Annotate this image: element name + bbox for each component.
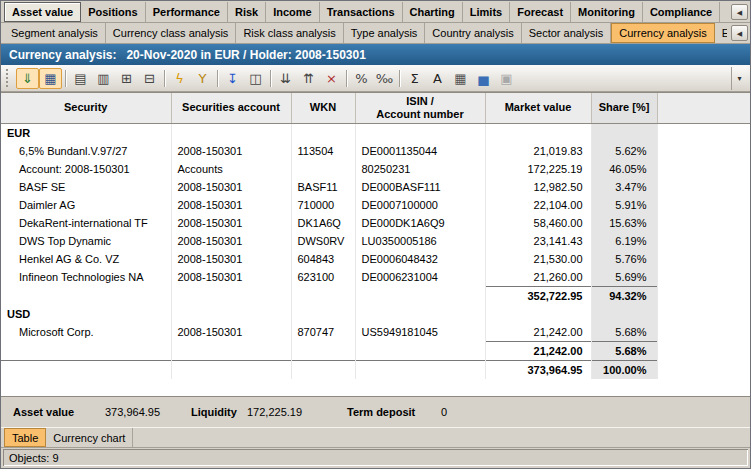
column-header-wkn[interactable]: WKN [291, 93, 355, 123]
currency-group-row[interactable]: USD [1, 305, 750, 323]
isin-cell [355, 305, 485, 323]
currency-group-row[interactable]: EUR [1, 123, 750, 142]
account-cell [171, 305, 291, 323]
main-tab-charting[interactable]: Charting [403, 2, 463, 22]
remove-table-button[interactable]: ⊟ [138, 68, 161, 89]
isin-cell: 80250231 [355, 160, 485, 178]
chart-view-icon: ▦ [44, 72, 56, 85]
isin-cell [355, 360, 485, 379]
sort-down-button[interactable]: ↧ [221, 68, 244, 89]
filler-cell [657, 160, 750, 178]
sum-button[interactable]: Σ [403, 68, 426, 89]
analysis-tab-segment-analysis[interactable]: Segment analysis [4, 23, 106, 43]
toolbar-separator [346, 70, 347, 87]
main-tab-scroll-left-button[interactable]: ◀ [731, 4, 748, 20]
main-tab-compliance[interactable]: Compliance [643, 2, 720, 22]
security-cell: Microsoft Corp. [1, 323, 171, 342]
percent-button[interactable]: % [350, 68, 373, 89]
clear-filter-button[interactable]: × [320, 68, 343, 89]
export-button[interactable]: ⇓ [16, 68, 39, 89]
bottom-tabs-container: TableCurrency chart [4, 428, 750, 447]
security-row[interactable]: Infineon Technologies NA2008-15030162310… [1, 268, 750, 287]
bottom-tabbar: TableCurrency chart [1, 427, 750, 448]
main-tab-monitoring[interactable]: Monitoring [571, 2, 643, 22]
bar-chart-button[interactable]: ▅ [472, 68, 495, 89]
add-table-button[interactable]: ⊞ [115, 68, 138, 89]
column-header-market-value[interactable]: Market value [485, 93, 591, 123]
table-header-row: Security Securities account WKN ISIN / A… [1, 93, 750, 123]
grand-total-row[interactable]: 373,964.95100.00% [1, 360, 750, 379]
toolbar-grip[interactable] [6, 69, 11, 87]
percent-icon: % [355, 72, 367, 85]
wkn-cell [291, 360, 355, 379]
security-row[interactable]: 6,5% Bundanl.V.97/272008-150301113504DE0… [1, 142, 750, 160]
main-tab-income[interactable]: Income [266, 2, 320, 22]
bottom-tab-currency-chart[interactable]: Currency chart [46, 428, 133, 447]
main-tab-forecast[interactable]: Forecast [510, 2, 571, 22]
security-row[interactable]: DWS Top Dynamic2008-150301DWS0RVLU035000… [1, 232, 750, 250]
main-tab-asset-value[interactable]: Asset value [4, 2, 81, 22]
filler-cell [657, 214, 750, 232]
group-subtotal-row[interactable]: 21,242.005.68% [1, 341, 750, 360]
permille-button[interactable]: ‰ [373, 68, 396, 89]
security-row[interactable]: DekaRent-international TF2008-150301DK1A… [1, 214, 750, 232]
font-button[interactable]: A [426, 68, 449, 89]
filter-flash-button[interactable]: ϟ [168, 68, 191, 89]
analysis-tab-exposure[interactable]: Exposure [715, 23, 727, 43]
collapse-rows-button[interactable]: ⇈ [297, 68, 320, 89]
add-table-icon: ⊞ [121, 72, 132, 85]
grid-button[interactable]: ▦ [449, 68, 472, 89]
security-row[interactable]: Daimler AG2008-150301710000DE00071000002… [1, 196, 750, 214]
market-value-cell: 23,141.43 [485, 232, 591, 250]
security-row[interactable]: BASF SE2008-150301BASF11DE000BASF11112,9… [1, 178, 750, 196]
share-cell [591, 305, 657, 323]
account-cell: 2008-150301 [171, 250, 291, 268]
wkn-cell: BASF11 [291, 178, 355, 196]
column-header-share[interactable]: Share [%] [591, 93, 657, 123]
security-cell: EUR [1, 123, 171, 142]
filler-cell [657, 268, 750, 287]
market-value-cell: 22,104.00 [485, 196, 591, 214]
filler-cell [657, 178, 750, 196]
wkn-cell [291, 341, 355, 360]
main-tab-transactions[interactable]: Transactions [320, 2, 403, 22]
filter-button[interactable]: Y [191, 68, 214, 89]
column-header-security[interactable]: Security [1, 93, 171, 123]
filler-cell [657, 323, 750, 342]
asset-value-amount: 373,964.95 [105, 406, 191, 418]
table-view-button[interactable]: ▤ [69, 68, 92, 89]
analysis-tab-sector-analysis[interactable]: Sector analysis [522, 23, 612, 43]
share-cell [591, 123, 657, 142]
share-cell: 6.19% [591, 232, 657, 250]
security-row[interactable]: Account: 2008-150301Accounts80250231172,… [1, 160, 750, 178]
main-tab-positions[interactable]: Positions [81, 2, 146, 22]
pivot-table-icon: ▥ [97, 72, 109, 85]
account-cell: 2008-150301 [171, 178, 291, 196]
main-tab-performance[interactable]: Performance [146, 2, 228, 22]
bottom-tab-table[interactable]: Table [4, 428, 46, 447]
zoom-table-button[interactable]: ◫ [244, 68, 267, 89]
main-tab-risk[interactable]: Risk [228, 2, 266, 22]
toolbar-overflow-button[interactable]: ▾ [731, 67, 747, 90]
security-row[interactable]: Microsoft Corp.2008-150301870747US594918… [1, 323, 750, 342]
main-tab-limits[interactable]: Limits [463, 2, 510, 22]
sort-down-icon: ↧ [227, 72, 238, 85]
group-subtotal-row[interactable]: 352,722.9594.32% [1, 286, 750, 305]
security-row[interactable]: Henkel AG & Co. VZ2008-150301604843DE000… [1, 250, 750, 268]
share-cell: 5.76% [591, 250, 657, 268]
expand-rows-button[interactable]: ⇊ [274, 68, 297, 89]
analysis-tab-risk-class-analysis[interactable]: Risk class analysis [236, 23, 343, 43]
column-header-isin[interactable]: ISIN / Account number [355, 93, 485, 123]
chart-view-button[interactable]: ▦ [39, 68, 62, 89]
pivot-table-button[interactable]: ▥ [92, 68, 115, 89]
market-value-cell: 58,460.00 [485, 214, 591, 232]
analysis-tab-currency-analysis[interactable]: Currency analysis [611, 23, 714, 43]
analysis-tab-type-analysis[interactable]: Type analysis [344, 23, 426, 43]
analysis-tab-scroll-left-button[interactable]: ◀ [731, 25, 748, 41]
analysis-tab-country-analysis[interactable]: Country analysis [425, 23, 521, 43]
column-header-securities-account[interactable]: Securities account [171, 93, 291, 123]
market-value-cell [485, 123, 591, 142]
account-cell: 2008-150301 [171, 323, 291, 342]
wkn-cell [291, 286, 355, 305]
analysis-tab-currency-class-analysis[interactable]: Currency class analysis [106, 23, 237, 43]
